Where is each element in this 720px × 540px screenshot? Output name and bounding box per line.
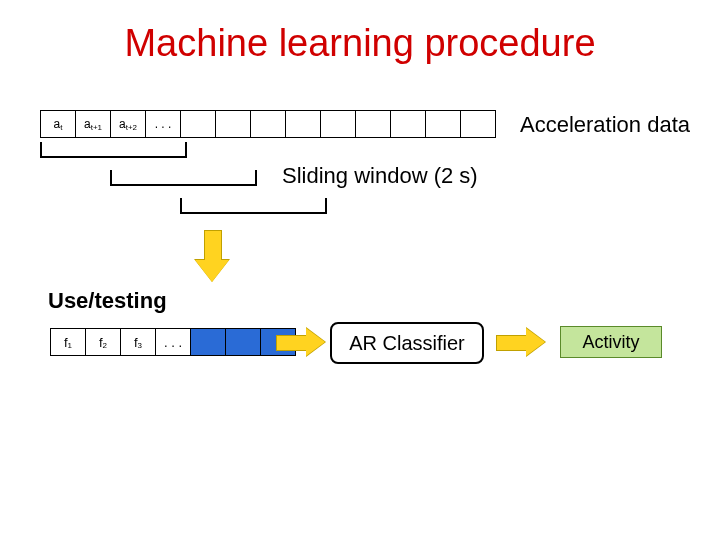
- accel-cell: [180, 110, 216, 138]
- down-arrow-icon: [195, 230, 229, 286]
- classifier-box: AR Classifier: [330, 322, 484, 364]
- feature-cell: f1: [50, 328, 86, 356]
- accel-cell: [390, 110, 426, 138]
- activity-box: Activity: [560, 326, 662, 358]
- window-bracket: [110, 170, 257, 186]
- feature-cell: f3: [120, 328, 156, 356]
- accel-cell: [425, 110, 461, 138]
- accel-cell: at+2: [110, 110, 146, 138]
- accel-cell: [250, 110, 286, 138]
- accel-cell: at+1: [75, 110, 111, 138]
- accel-cell: [355, 110, 391, 138]
- feature-cell: . . .: [155, 328, 191, 356]
- accel-cell: [215, 110, 251, 138]
- accel-cell: . . .: [145, 110, 181, 138]
- right-arrow-icon: [276, 328, 326, 356]
- right-arrow-icon: [496, 328, 546, 356]
- acceleration-cells-row: at at+1 at+2 . . .: [40, 110, 496, 138]
- sliding-window-label: Sliding window (2 s): [282, 163, 478, 189]
- accel-cell: at: [40, 110, 76, 138]
- accel-cell: [285, 110, 321, 138]
- use-testing-heading: Use/testing: [48, 288, 167, 314]
- acceleration-label: Acceleration data: [520, 112, 690, 138]
- slide: Machine learning procedure at at+1 at+2 …: [0, 0, 720, 540]
- feature-cells-row: f1 f2 f3 . . .: [50, 328, 296, 356]
- feature-cell: f2: [85, 328, 121, 356]
- window-bracket: [40, 142, 187, 158]
- accel-cell: [460, 110, 496, 138]
- window-bracket: [180, 198, 327, 214]
- accel-cell: [320, 110, 356, 138]
- feature-cell-highlight: [225, 328, 261, 356]
- feature-cell-highlight: [190, 328, 226, 356]
- slide-title: Machine learning procedure: [0, 22, 720, 65]
